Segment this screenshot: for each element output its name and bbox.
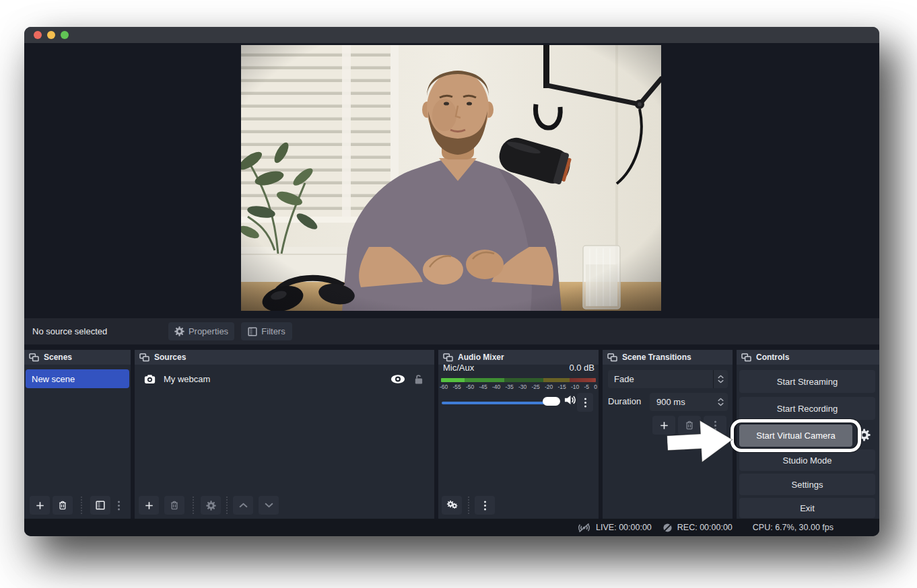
visibility-eye-icon[interactable] xyxy=(390,374,405,384)
duration-value: 900 ms xyxy=(650,397,713,407)
scenes-panel-title: Scenes xyxy=(44,353,72,362)
status-bar: LIVE: 00:00:00 REC: 00:00:00 CPU: 6.7%, … xyxy=(24,519,879,536)
filter-icon xyxy=(96,501,105,510)
volume-meter-scale: -60-55-50-45-40-35-30-25-20-15-10-50 xyxy=(438,383,599,390)
source-toolbar: No source selected Properties Filters xyxy=(24,318,879,344)
properties-button-label: Properties xyxy=(189,326,228,336)
mixer-menu-button[interactable] xyxy=(475,496,495,515)
transition-select-value: Fade xyxy=(608,374,713,384)
close-window-button[interactable] xyxy=(34,31,42,39)
divider xyxy=(468,497,469,514)
record-inactive-icon xyxy=(663,523,673,533)
dock-grip-icon xyxy=(139,353,149,362)
camera-icon xyxy=(144,374,156,384)
obs-window: No source selected Properties Filters Sc… xyxy=(24,27,879,536)
highlight-ring-annotation xyxy=(731,419,861,452)
sources-panel: Sources My webcam xyxy=(135,350,434,519)
start-recording-button[interactable]: Start Recording xyxy=(739,397,875,420)
trash-icon xyxy=(57,500,68,511)
double-gear-icon xyxy=(446,500,458,511)
title-bar xyxy=(24,27,879,43)
start-streaming-button[interactable]: Start Streaming xyxy=(739,370,875,393)
audio-mixer-panel: Audio Mixer Mic/Aux 0.0 dB -60-55-50-45-… xyxy=(438,350,599,519)
gear-icon xyxy=(174,326,184,336)
settings-button[interactable]: Settings xyxy=(739,474,875,495)
preview-canvas[interactable] xyxy=(241,45,661,311)
add-source-button[interactable] xyxy=(139,496,159,515)
filter-icon xyxy=(248,327,257,336)
sources-panel-header[interactable]: Sources xyxy=(135,350,434,365)
chevron-up-icon xyxy=(239,503,248,508)
dock-grip-icon xyxy=(443,353,453,362)
stream-inactive-icon xyxy=(577,523,591,533)
audio-channel-menu-button[interactable] xyxy=(577,393,593,412)
webcam-preview-image xyxy=(241,45,661,311)
scene-menu-button[interactable] xyxy=(112,496,125,515)
audio-level-value: 0.0 dB xyxy=(569,363,595,373)
plus-icon xyxy=(144,501,154,511)
source-status-text: No source selected xyxy=(32,326,107,336)
remove-source-button[interactable] xyxy=(164,496,184,515)
live-timer: LIVE: 00:00:00 xyxy=(596,523,652,532)
scene-transitions-panel-title: Scene Transitions xyxy=(622,353,691,362)
scenes-panel: Scenes New scene xyxy=(24,350,131,519)
move-source-down-button[interactable] xyxy=(259,496,279,515)
duration-spinner[interactable]: 900 ms xyxy=(650,393,728,411)
rec-timer: REC: 00:00:00 xyxy=(677,523,733,532)
cpu-fps-status: CPU: 6.7%, 30.00 fps xyxy=(753,523,834,532)
move-source-up-button[interactable] xyxy=(233,496,253,515)
advanced-audio-button[interactable] xyxy=(442,496,462,515)
sources-panel-title: Sources xyxy=(154,353,186,362)
trash-icon xyxy=(169,500,180,511)
source-list-item[interactable]: My webcam xyxy=(135,369,434,388)
studio-mode-button[interactable]: Studio Mode xyxy=(739,449,875,471)
audio-channel-name: Mic/Aux xyxy=(443,363,474,373)
pointer-arrow-annotation xyxy=(666,416,736,466)
zoom-window-button[interactable] xyxy=(61,31,69,39)
chevron-up-icon xyxy=(718,375,724,379)
properties-button[interactable]: Properties xyxy=(168,322,234,340)
duration-label: Duration xyxy=(608,396,641,406)
exit-button[interactable]: Exit xyxy=(739,498,875,518)
remove-scene-button[interactable] xyxy=(53,496,73,515)
dock-grip-icon xyxy=(29,353,39,362)
plus-icon xyxy=(35,501,45,511)
chevron-up-icon xyxy=(718,398,724,402)
source-item-label: My webcam xyxy=(164,374,210,384)
scenes-panel-header[interactable]: Scenes xyxy=(24,350,131,365)
scene-filters-button[interactable] xyxy=(90,496,110,515)
rec-status: REC: 00:00:00 xyxy=(663,523,733,533)
transition-select[interactable]: Fade xyxy=(608,370,728,388)
dock-grip-icon xyxy=(741,353,751,362)
transition-select-chevrons[interactable] xyxy=(713,370,728,388)
audio-mixer-panel-title: Audio Mixer xyxy=(458,353,504,362)
chevron-down-icon xyxy=(265,503,273,508)
lock-icon[interactable] xyxy=(413,373,423,385)
speaker-icon[interactable] xyxy=(564,394,576,406)
live-status: LIVE: 00:00:00 xyxy=(577,523,652,533)
gear-icon xyxy=(206,501,216,511)
filters-button-label: Filters xyxy=(261,326,285,336)
divider xyxy=(226,497,228,514)
dock-grip-icon xyxy=(607,353,617,362)
vertical-dots-icon xyxy=(584,397,587,408)
minimize-window-button[interactable] xyxy=(47,31,55,39)
scene-transitions-panel-header[interactable]: Scene Transitions xyxy=(603,350,733,365)
volume-meter xyxy=(441,378,596,382)
source-properties-button[interactable] xyxy=(201,496,221,515)
chevron-down-icon xyxy=(718,379,724,383)
divider xyxy=(193,497,194,514)
scene-list-item-selected[interactable]: New scene xyxy=(26,369,129,388)
volume-slider-track[interactable] xyxy=(442,402,549,404)
filters-button[interactable]: Filters xyxy=(241,322,292,340)
vertical-dots-icon xyxy=(483,500,487,511)
add-scene-button[interactable] xyxy=(30,496,50,515)
volume-slider-handle[interactable] xyxy=(543,397,560,406)
chevron-down-icon xyxy=(718,402,724,406)
duration-spinner-chevrons[interactable] xyxy=(713,398,728,406)
controls-panel-title: Controls xyxy=(756,353,789,362)
controls-panel-header[interactable]: Controls xyxy=(737,350,879,365)
vertical-dots-icon xyxy=(117,500,121,511)
divider xyxy=(81,497,82,514)
